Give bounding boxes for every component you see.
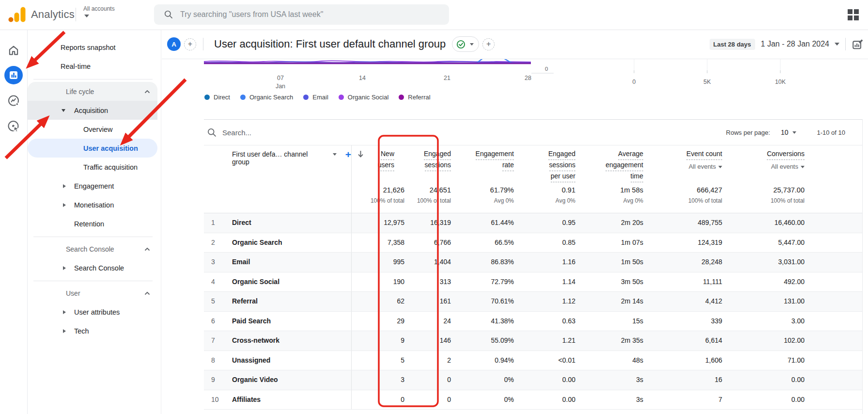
row-metric-value: 71.00 — [728, 351, 810, 370]
sort-descending-icon[interactable] — [356, 150, 365, 158]
column-header-engagement-rate[interactable]: Engagementrate — [457, 145, 520, 182]
sidebar-item-engagement[interactable]: Engagement — [28, 176, 157, 195]
table-search-icon[interactable] — [207, 127, 217, 138]
account-selector[interactable]: All accounts — [83, 5, 115, 17]
add-dimension-button[interactable]: + — [345, 149, 351, 160]
sidebar-item-label: Real-time — [61, 63, 91, 70]
column-filter-all-events[interactable]: All events — [728, 161, 805, 172]
row-metric-value: <0.01 — [520, 351, 581, 370]
row-channel-name: Referral — [232, 292, 351, 311]
table-row-organic-video[interactable]: 9Organic Video300%0.003s160.00 — [204, 370, 862, 390]
row-channel-name: Organic Video — [232, 370, 351, 390]
row-metric-value: 2m 14s — [581, 292, 649, 311]
legend-item-referral[interactable]: Referral — [399, 94, 430, 101]
date-preset-badge: Last 28 days — [710, 39, 755, 50]
sidebar-section-life-cycle[interactable]: Life cycle — [28, 82, 157, 101]
table-row-referral[interactable]: 5Referral6216170.61%1.122m 14s4,412131.0… — [204, 292, 862, 312]
totals-subtext: 100% of total — [410, 197, 451, 204]
row-metric-value: 62 — [351, 292, 410, 311]
column-header-conversions[interactable]: ConversionsAll events — [728, 145, 810, 182]
sidebar-section-label: Search Console — [66, 245, 114, 253]
totals-subtext: Avg 0% — [457, 197, 514, 204]
report-status-button[interactable] — [452, 36, 479, 52]
charts-strip: 07Jan 14 21 28 0 0 5K 10K DirectOrganic … — [162, 59, 868, 119]
rows-per-page-select[interactable]: 10 — [781, 128, 797, 136]
date-range-text[interactable]: 1 Jan - 28 Jan 2024 — [761, 40, 829, 48]
sidebar-item-monetisation[interactable]: Monetisation — [28, 195, 157, 214]
pagination-range: 1-10 of 10 — [817, 129, 845, 136]
sidebar-item-user-attributes[interactable]: User attributes — [28, 303, 157, 321]
explore-icon[interactable] — [7, 94, 20, 107]
reports-nav-icon[interactable] — [4, 66, 23, 84]
table-row-direct[interactable]: 1Direct12,97516,31961.44%0.952m 20s489,7… — [204, 213, 862, 233]
row-channel-name: Paid Search — [232, 312, 351, 331]
header-divider — [203, 38, 203, 50]
table-row-unassigned[interactable]: 8Unassigned520.94%<0.0148s1,60671.00 — [204, 351, 862, 371]
add-report-button[interactable]: + — [482, 38, 495, 50]
sidebar-item-traffic-acquisition[interactable]: Traffic acquisition — [28, 158, 157, 176]
collapsed-arrow-icon[interactable] — [63, 203, 66, 207]
row-metric-value: 3s — [581, 390, 649, 410]
customize-report-icon[interactable] — [852, 38, 864, 50]
home-icon[interactable] — [7, 44, 20, 57]
row-metric-value: 0.00 — [520, 390, 581, 410]
add-comparison-button[interactable]: + — [184, 38, 196, 50]
table-row-cross-network[interactable]: 7Cross-network914655.09%1.212m 35s6,6141… — [204, 331, 862, 351]
row-metric-value: 6,766 — [410, 233, 457, 253]
sidebar-section-user[interactable]: User — [28, 284, 157, 303]
table-row-email[interactable]: 3Email9951,40486.83%1.161m 50s28,2483,03… — [204, 253, 862, 272]
row-metric-value: 146 — [410, 331, 457, 350]
legend-item-organic-search[interactable]: Organic Search — [240, 94, 293, 101]
sidebar-item-user-acquisition[interactable]: User acquisition — [28, 139, 157, 158]
column-header-line: engagement — [605, 160, 643, 171]
column-filter-all-events[interactable]: All events — [649, 161, 722, 172]
global-search-input[interactable]: Try searching "users from USA last week" — [154, 4, 449, 25]
sidebar-item-reports-snapshot[interactable]: Reports snapshot — [28, 38, 157, 57]
row-metric-value: 3 — [351, 370, 410, 390]
totals-value: 666,427 — [697, 186, 722, 194]
row-metric-value: 5,447.00 — [728, 233, 810, 253]
row-metric-value: 131.00 — [728, 292, 810, 311]
sidebar-item-acquisition[interactable]: Acquisition — [28, 101, 157, 120]
collapsed-arrow-icon[interactable] — [63, 329, 66, 333]
date-range-chevron-icon[interactable] — [835, 43, 839, 46]
row-metric-value: 1m 50s — [581, 253, 649, 272]
sidebar-item-tech[interactable]: Tech — [28, 321, 157, 340]
advertising-icon[interactable] — [7, 120, 20, 133]
legend-item-organic-social[interactable]: Organic Social — [339, 94, 389, 101]
table-row-organic-search[interactable]: 2Organic Search7,3586,76666.5%0.851m 07s… — [204, 233, 862, 253]
x-tick-14: 14 — [359, 74, 366, 82]
sidebar-item-retention[interactable]: Retention — [28, 214, 157, 233]
sidebar-section-search-console[interactable]: Search Console — [28, 239, 157, 258]
column-header-engaged-sessions[interactable]: Engagedsessions — [410, 145, 457, 182]
sidebar-item-overview[interactable]: Overview — [28, 120, 157, 139]
table-search-input[interactable]: Search... — [222, 128, 251, 137]
apps-grid-icon[interactable] — [848, 9, 859, 21]
chevron-down-icon — [470, 43, 474, 46]
totals-subtext: 100% of total — [649, 197, 722, 204]
main-content: A + User acquisition: First user default… — [162, 30, 868, 414]
legend-item-email[interactable]: Email — [303, 94, 328, 101]
collapsed-arrow-icon[interactable] — [63, 184, 66, 188]
expand-arrow-icon[interactable] — [62, 109, 65, 112]
row-metric-value: 1,606 — [649, 351, 728, 370]
chevron-down-icon — [333, 153, 337, 156]
collapsed-arrow-icon[interactable] — [63, 310, 66, 314]
sidebar-item-search-console[interactable]: Search Console — [28, 258, 157, 277]
comparison-chip-avatar[interactable]: A — [167, 37, 181, 51]
check-circle-icon — [456, 40, 465, 49]
dimension-column-header[interactable]: First user defa… channel group + — [204, 145, 351, 182]
collapsed-arrow-icon[interactable] — [63, 266, 66, 270]
column-header-engaged-sessions-per-user[interactable]: Engagedsessionsper user — [520, 145, 581, 182]
column-header-average-engagement-time[interactable]: Averageengagementtime — [581, 145, 649, 182]
sidebar-item-real-time[interactable]: Real-time — [28, 57, 157, 76]
table-row-affiliates[interactable]: 10Affiliates000%0.003s70.00 — [204, 390, 862, 410]
table-row-organic-social[interactable]: 4Organic Social19031372.79%1.143m 50s11,… — [204, 272, 862, 292]
table-row-paid-search[interactable]: 6Paid Search292441.38%0.6315s3393.00 — [204, 312, 862, 332]
column-header-event-count[interactable]: Event countAll events — [649, 145, 728, 182]
nav-rail — [0, 30, 28, 414]
legend-dot-icon — [339, 95, 344, 100]
legend-item-direct[interactable]: Direct — [204, 94, 230, 101]
row-rank: 4 — [204, 272, 232, 292]
column-header-new-users[interactable]: Newusers — [351, 145, 410, 182]
